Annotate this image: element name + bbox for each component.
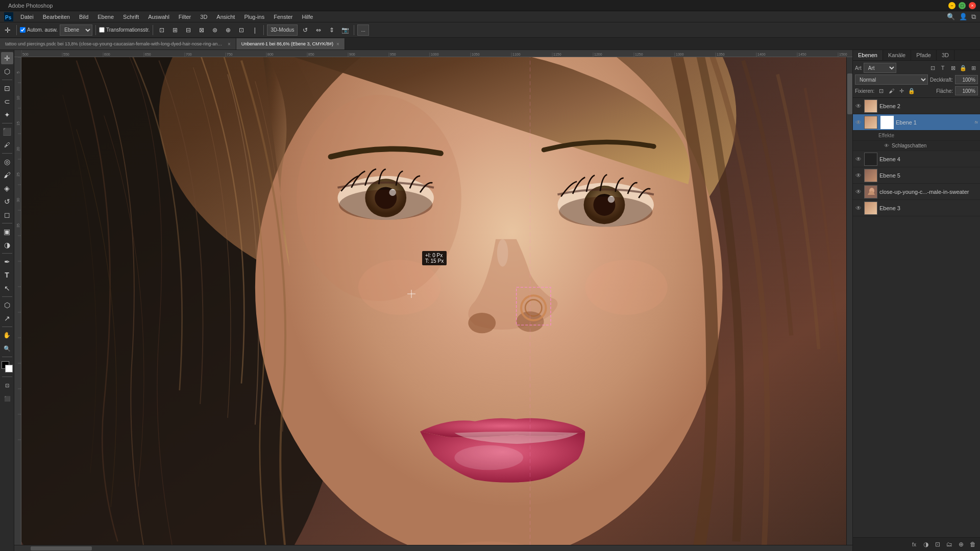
crop-tool[interactable]: ⬛ (1, 126, 13, 138)
tab-3d[interactable]: 3D (937, 50, 954, 60)
new-layer-btn[interactable]: ⊕ (956, 539, 966, 549)
add-mask-btn[interactable]: ⊡ (933, 539, 943, 549)
layer-item-photo[interactable]: 👁 close-up-young-c...-male-in-sweater (853, 184, 980, 200)
arrange-icon[interactable]: ⧉ (971, 13, 976, 21)
lock-pixels-btn[interactable]: 🖌 (887, 86, 896, 95)
pen-tool[interactable]: ✒ (1, 256, 13, 268)
clone-tool[interactable]: ◈ (1, 182, 13, 194)
fill-input[interactable] (955, 86, 978, 95)
eyedropper-tool[interactable]: 🖋 (1, 139, 13, 151)
menu-bearbeiten[interactable]: Bearbeiten (39, 13, 74, 21)
layer-item-ebene4[interactable]: 👁 Ebene 4 (853, 151, 980, 167)
canvas-container[interactable]: +I: 0 Px T: 15 Px (21, 57, 846, 545)
menu-bild[interactable]: Bild (75, 13, 92, 21)
menu-ebene[interactable]: Ebene (93, 13, 118, 21)
layer-effect-schlagschatten[interactable]: 👁 Schlagschatten (853, 141, 980, 151)
menu-filter[interactable]: Filter (175, 13, 195, 21)
layer-item-ebene2[interactable]: 👁 Ebene 2 (853, 98, 980, 114)
new-group-btn[interactable]: 🗂 (944, 539, 954, 549)
filter-select[interactable]: Art (864, 63, 896, 73)
align-bottom-btn[interactable]: ⊕ (223, 24, 234, 36)
lock-transparent-btn[interactable]: ⊡ (876, 86, 886, 95)
mode-3d-btn[interactable]: 3D-Modus (267, 24, 298, 36)
auto-select-checkbox[interactable]: Autom. ausw. (20, 27, 58, 33)
text-tool[interactable]: T (1, 269, 13, 281)
mode-select[interactable]: Ebene Gruppe (60, 24, 92, 36)
tab-kanale[interactable]: Kanäle (883, 50, 911, 60)
align-center-btn[interactable]: ⊞ (169, 24, 181, 36)
delete-layer-btn[interactable]: 🗑 (968, 539, 978, 549)
opacity-input[interactable] (955, 75, 978, 84)
transform-checkbox[interactable]: Transformationsstr. (99, 27, 150, 33)
mask-mode-btn[interactable]: ⊡ (1, 379, 13, 391)
search-icon[interactable]: 🔍 (947, 13, 955, 20)
maximize-btn[interactable]: □ (959, 2, 966, 9)
background-color[interactable] (5, 365, 13, 372)
spot-heal-tool[interactable]: ◎ (1, 156, 13, 168)
tab-2-close[interactable]: × (336, 41, 339, 47)
tab-1-close[interactable]: × (228, 41, 231, 47)
layer-item-ebene3[interactable]: 👁 Ebene 3 (853, 200, 980, 216)
layer-item-ebene1[interactable]: 👁 Ebene 1 fx (853, 114, 980, 131)
align-top-btn[interactable]: ⊠ (196, 24, 207, 36)
history-brush-tool[interactable]: ↺ (1, 195, 13, 208)
menu-fenster[interactable]: Fenster (270, 13, 297, 21)
menu-plugins[interactable]: Plug-ins (240, 13, 268, 21)
zoom-tool[interactable]: 🔍 (1, 342, 13, 355)
color-swatches[interactable] (2, 361, 13, 372)
move-tool[interactable]: ✛ (1, 52, 13, 64)
dist-h-btn[interactable]: ⊡ (236, 24, 247, 36)
layer-visibility-photo[interactable]: 👁 (855, 188, 862, 195)
tab-2[interactable]: Unbenannt-1 bei 86,6% (Ebene 3, CMYK/8#)… (236, 38, 345, 49)
panel-icon-2[interactable]: T (938, 63, 947, 72)
tab-pfade[interactable]: Pfade (911, 50, 937, 60)
hand-tool[interactable]: ✋ (1, 329, 13, 341)
move-tool-btn[interactable]: ✛ (2, 24, 13, 36)
vertical-scrollbar[interactable] (846, 57, 852, 545)
align-right-btn[interactable]: ⊟ (183, 24, 194, 36)
menu-auswahl[interactable]: Auswahl (144, 13, 174, 21)
shape-tool[interactable]: ⬡ (1, 299, 13, 311)
menu-schrift[interactable]: Schrift (119, 13, 143, 21)
menu-datei[interactable]: Datei (16, 13, 38, 21)
artboard-tool[interactable]: ⬡ (1, 65, 13, 78)
lock-all-btn[interactable]: 🔒 (907, 86, 916, 95)
menu-hilfe[interactable]: Hilfe (298, 13, 317, 21)
flip-h-btn[interactable]: ⇔ (313, 24, 324, 36)
rotate-btn[interactable]: ↺ (300, 24, 311, 36)
panel-icon-1[interactable]: ⊡ (928, 63, 937, 72)
menu-3d[interactable]: 3D (196, 13, 211, 21)
close-btn[interactable]: × (969, 2, 976, 9)
layer-visibility-ebene2[interactable]: 👁 (855, 103, 862, 110)
gradient-tool[interactable]: ▣ (1, 226, 13, 238)
layer-item-ebene5[interactable]: 👁 Ebene 5 (853, 167, 980, 184)
tab-1[interactable]: tattoo und piercings.psdc bei 13,8% (clo… (0, 38, 236, 49)
3d-tool[interactable]: ↗ (1, 312, 13, 324)
horizontal-scrollbar[interactable] (14, 545, 852, 551)
layer-visibility-ebene4[interactable]: 👁 (855, 156, 862, 163)
panel-icon-4[interactable]: 🔒 (959, 63, 968, 72)
align-left-btn[interactable]: ⊡ (156, 24, 167, 36)
profile-icon[interactable]: 👤 (959, 13, 967, 20)
lock-position-btn[interactable]: ✛ (897, 86, 906, 95)
layer-fx-btn[interactable]: fx (909, 539, 919, 549)
dodge-tool[interactable]: ◑ (1, 239, 13, 251)
add-adjustment-btn[interactable]: ◑ (921, 539, 931, 549)
lasso-tool[interactable]: ⊂ (1, 95, 13, 108)
flip-v-btn[interactable]: ⇕ (326, 24, 337, 36)
path-select-tool[interactable]: ↖ (1, 282, 13, 294)
eraser-tool[interactable]: ◻ (1, 209, 13, 221)
camera-raw-btn[interactable]: 📷 (339, 24, 351, 36)
align-middle-btn[interactable]: ⊛ (209, 24, 220, 36)
menu-ansicht[interactable]: Ansicht (212, 13, 239, 21)
panel-icon-5[interactable]: ⊞ (969, 63, 978, 72)
brush-tool[interactable]: 🖌 (1, 169, 13, 181)
blend-mode-select[interactable]: Normal Auflösen Abdunkeln Multiplizieren (855, 74, 928, 85)
more-options-btn[interactable]: ... (357, 24, 369, 36)
magic-wand-tool[interactable]: ✦ (1, 109, 13, 121)
panel-icon-3[interactable]: ⊠ (948, 63, 958, 72)
dist-v-btn[interactable]: | (249, 24, 260, 36)
screen-mode-btn[interactable]: ⬛ (1, 392, 13, 405)
minimize-btn[interactable]: − (948, 2, 955, 9)
tab-ebenen[interactable]: Ebenen (853, 50, 883, 60)
